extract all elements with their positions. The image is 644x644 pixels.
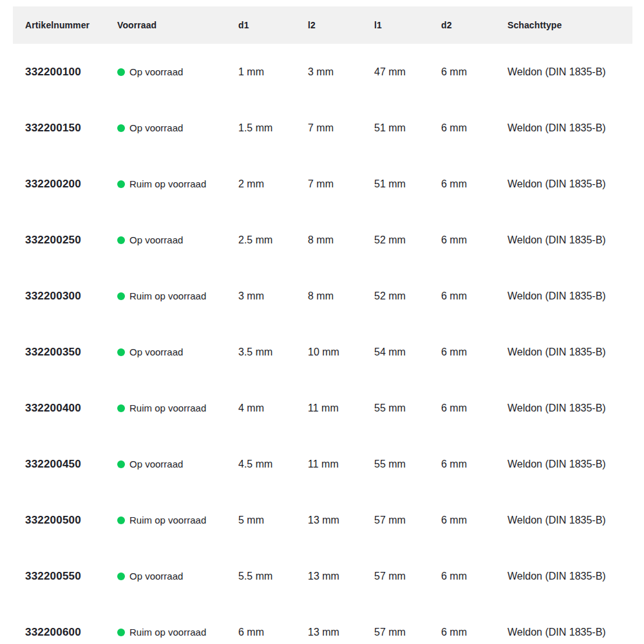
cell-l2: 10 mm bbox=[308, 346, 374, 358]
column-header-artikelnummer: Artikelnummer bbox=[25, 20, 117, 30]
cell-artikelnummer: 332200500 bbox=[25, 514, 117, 527]
cell-voorraad: Op voorraad bbox=[117, 66, 238, 77]
cell-voorraad: Op voorraad bbox=[117, 234, 238, 245]
cell-d1: 3.5 mm bbox=[238, 346, 308, 358]
cell-l2: 11 mm bbox=[308, 402, 374, 414]
column-header-d2: d2 bbox=[441, 20, 507, 30]
stock-status-label: Op voorraad bbox=[129, 346, 183, 357]
cell-d1: 6 mm bbox=[238, 627, 308, 638]
in-stock-dot-icon bbox=[117, 516, 125, 524]
cell-d2: 6 mm bbox=[441, 571, 507, 582]
cell-schachttype: Weldon (DIN 1835-B) bbox=[507, 178, 632, 190]
cell-artikelnummer: 332200400 bbox=[25, 402, 117, 415]
stock-status-label: Ruim op voorraad bbox=[129, 178, 206, 189]
cell-d2: 6 mm bbox=[441, 66, 507, 78]
table-row[interactable]: 332200350 Op voorraad 3.5 mm 10 mm 54 mm… bbox=[13, 324, 632, 380]
table-row[interactable]: 332200600 Ruim op voorraad 6 mm 13 mm 57… bbox=[13, 604, 632, 644]
cell-l1: 51 mm bbox=[374, 122, 441, 134]
cell-voorraad: Ruim op voorraad bbox=[117, 627, 238, 638]
cell-artikelnummer: 332200550 bbox=[25, 570, 117, 583]
cell-artikelnummer: 332200350 bbox=[25, 346, 117, 359]
cell-l1: 52 mm bbox=[374, 290, 441, 302]
in-stock-dot-icon bbox=[117, 68, 125, 76]
cell-artikelnummer: 332200200 bbox=[25, 178, 117, 191]
cell-voorraad: Op voorraad bbox=[117, 571, 238, 582]
cell-l1: 52 mm bbox=[374, 234, 441, 246]
cell-d1: 1.5 mm bbox=[238, 122, 308, 134]
cell-d2: 6 mm bbox=[441, 122, 507, 134]
table-row[interactable]: 332200500 Ruim op voorraad 5 mm 13 mm 57… bbox=[13, 492, 632, 548]
cell-d1: 5 mm bbox=[238, 515, 308, 526]
cell-l1: 57 mm bbox=[374, 627, 441, 638]
stock-status-label: Ruim op voorraad bbox=[129, 402, 206, 413]
cell-d1: 2.5 mm bbox=[238, 234, 308, 246]
product-spec-table: Artikelnummer Voorraad d1 l2 l1 d2 Schac… bbox=[13, 6, 632, 644]
cell-schachttype: Weldon (DIN 1835-B) bbox=[507, 571, 632, 582]
in-stock-dot-icon bbox=[117, 460, 125, 468]
cell-d1: 5.5 mm bbox=[238, 571, 308, 582]
cell-schachttype: Weldon (DIN 1835-B) bbox=[507, 402, 632, 414]
cell-voorraad: Ruim op voorraad bbox=[117, 178, 238, 189]
cell-l2: 11 mm bbox=[308, 459, 374, 470]
cell-l2: 8 mm bbox=[308, 234, 374, 246]
column-header-schachttype: Schachttype bbox=[507, 20, 632, 30]
table-row[interactable]: 332200550 Op voorraad 5.5 mm 13 mm 57 mm… bbox=[13, 548, 632, 604]
stock-status-label: Op voorraad bbox=[129, 122, 183, 133]
cell-voorraad: Op voorraad bbox=[117, 346, 238, 357]
cell-voorraad: Op voorraad bbox=[117, 122, 238, 133]
cell-voorraad: Ruim op voorraad bbox=[117, 515, 238, 526]
table-row[interactable]: 332200150 Op voorraad 1.5 mm 7 mm 51 mm … bbox=[13, 100, 632, 156]
cell-schachttype: Weldon (DIN 1835-B) bbox=[507, 234, 632, 246]
in-stock-dot-icon bbox=[117, 292, 125, 300]
cell-voorraad: Op voorraad bbox=[117, 459, 238, 469]
table-row[interactable]: 332200400 Ruim op voorraad 4 mm 11 mm 55… bbox=[13, 380, 632, 436]
table-row[interactable]: 332200450 Op voorraad 4.5 mm 11 mm 55 mm… bbox=[13, 436, 632, 492]
table-header-row: Artikelnummer Voorraad d1 l2 l1 d2 Schac… bbox=[13, 6, 632, 44]
cell-schachttype: Weldon (DIN 1835-B) bbox=[507, 627, 632, 638]
cell-voorraad: Ruim op voorraad bbox=[117, 290, 238, 301]
cell-schachttype: Weldon (DIN 1835-B) bbox=[507, 515, 632, 526]
cell-l1: 55 mm bbox=[374, 459, 441, 470]
cell-artikelnummer: 332200450 bbox=[25, 458, 117, 471]
cell-l1: 51 mm bbox=[374, 178, 441, 190]
table-row[interactable]: 332200100 Op voorraad 1 mm 3 mm 47 mm 6 … bbox=[13, 44, 632, 100]
stock-status-label: Op voorraad bbox=[129, 571, 183, 582]
in-stock-dot-icon bbox=[117, 629, 125, 636]
cell-l1: 55 mm bbox=[374, 402, 441, 414]
cell-l1: 47 mm bbox=[374, 66, 441, 78]
stock-status-label: Ruim op voorraad bbox=[129, 290, 206, 301]
cell-artikelnummer: 332200300 bbox=[25, 290, 117, 303]
cell-artikelnummer: 332200250 bbox=[25, 234, 117, 247]
cell-schachttype: Weldon (DIN 1835-B) bbox=[507, 346, 632, 358]
cell-d2: 6 mm bbox=[441, 178, 507, 190]
in-stock-dot-icon bbox=[117, 236, 125, 244]
cell-l2: 13 mm bbox=[308, 571, 374, 582]
table-row[interactable]: 332200250 Op voorraad 2.5 mm 8 mm 52 mm … bbox=[13, 212, 632, 268]
cell-d2: 6 mm bbox=[441, 402, 507, 414]
in-stock-dot-icon bbox=[117, 404, 125, 412]
cell-d1: 4.5 mm bbox=[238, 459, 308, 470]
cell-schachttype: Weldon (DIN 1835-B) bbox=[507, 459, 632, 470]
cell-d1: 4 mm bbox=[238, 402, 308, 414]
stock-status-label: Ruim op voorraad bbox=[129, 627, 206, 638]
cell-d2: 6 mm bbox=[441, 515, 507, 526]
stock-status-label: Ruim op voorraad bbox=[129, 515, 206, 526]
cell-artikelnummer: 332200100 bbox=[25, 66, 117, 79]
stock-status-label: Op voorraad bbox=[129, 459, 183, 469]
cell-d2: 6 mm bbox=[441, 346, 507, 358]
cell-d2: 6 mm bbox=[441, 627, 507, 638]
column-header-d1: d1 bbox=[238, 20, 308, 30]
cell-l1: 57 mm bbox=[374, 571, 441, 582]
table-row[interactable]: 332200300 Ruim op voorraad 3 mm 8 mm 52 … bbox=[13, 268, 632, 324]
table-row[interactable]: 332200200 Ruim op voorraad 2 mm 7 mm 51 … bbox=[13, 156, 632, 212]
cell-l1: 54 mm bbox=[374, 346, 441, 358]
cell-l2: 13 mm bbox=[308, 515, 374, 526]
cell-artikelnummer: 332200600 bbox=[25, 626, 117, 639]
cell-l2: 3 mm bbox=[308, 66, 374, 78]
column-header-l2: l2 bbox=[308, 20, 374, 30]
cell-l1: 57 mm bbox=[374, 515, 441, 526]
cell-l2: 13 mm bbox=[308, 627, 374, 638]
cell-d2: 6 mm bbox=[441, 234, 507, 246]
cell-l2: 7 mm bbox=[308, 178, 374, 190]
in-stock-dot-icon bbox=[117, 348, 125, 356]
